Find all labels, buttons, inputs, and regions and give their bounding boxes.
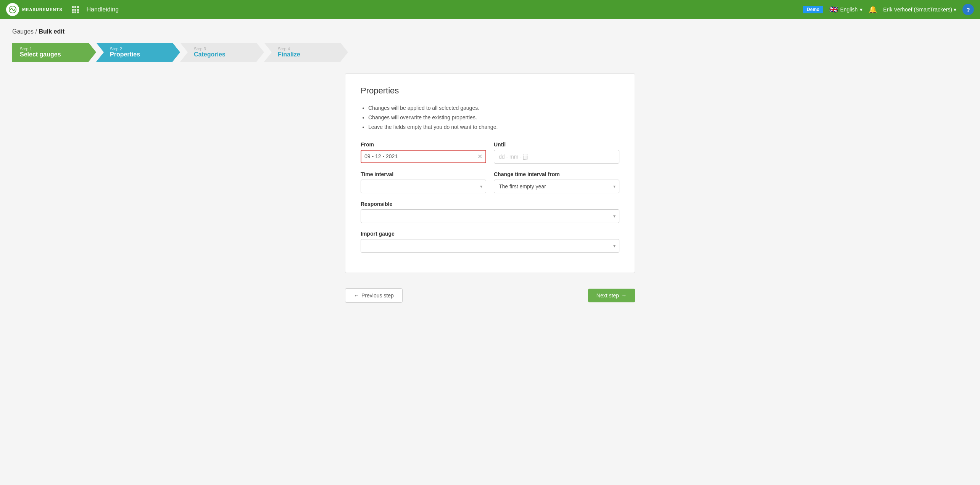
user-chevron-icon: ▾: [954, 6, 956, 13]
language-button[interactable]: 🇬🇧 English ▾: [829, 5, 862, 14]
time-interval-row: Time interval ▾ Change time interval fro…: [361, 171, 619, 193]
from-input[interactable]: [364, 153, 477, 159]
breadcrumb-parent[interactable]: Gauges: [12, 28, 34, 35]
step-2-title: Properties: [110, 51, 140, 58]
bullet-3: Leave the fields empty that you do not w…: [368, 122, 619, 132]
from-until-row: From ✕ Until: [361, 141, 619, 164]
from-wrapper: ✕: [361, 150, 486, 163]
clear-from-icon[interactable]: ✕: [477, 153, 482, 160]
change-from-group: Change time interval from The first empt…: [494, 171, 619, 193]
help-label: ?: [966, 6, 970, 13]
step-4-label: Step 4: [278, 47, 300, 51]
responsible-select-wrapper: ▾: [361, 209, 619, 223]
step-3-title: Categories: [194, 51, 226, 58]
change-from-select-wrapper: The first empty year ▾: [494, 180, 619, 193]
next-arrow-icon: →: [621, 292, 627, 299]
steps-nav: Step 1 Select gauges Step 2 Properties S…: [12, 43, 968, 62]
responsible-label: Responsible: [361, 201, 619, 207]
responsible-row: Responsible ▾: [361, 201, 619, 223]
breadcrumb: Gauges / Bulk edit: [12, 28, 968, 35]
button-row: ← Previous step Next step →: [345, 288, 635, 303]
from-inner: ✕: [364, 153, 482, 160]
nav-title: Handleiding: [87, 6, 803, 13]
change-from-label: Change time interval from: [494, 171, 619, 177]
demo-badge: Demo: [803, 6, 823, 13]
grid-icon[interactable]: [72, 6, 79, 13]
help-button[interactable]: ?: [962, 4, 974, 15]
chevron-down-icon: ▾: [860, 6, 862, 13]
app-logo[interactable]: MEASUREMENTS: [6, 3, 63, 16]
responsible-select[interactable]: [361, 209, 619, 223]
import-gauge-select-wrapper: ▾: [361, 239, 619, 253]
next-step-button[interactable]: Next step →: [588, 289, 635, 302]
step-3-label: Step 3: [194, 47, 226, 51]
main-content: Gauges / Bulk edit Step 1 Select gauges …: [0, 19, 980, 312]
user-menu-button[interactable]: Erik Verhoef (SmartTrackers) ▾: [883, 6, 956, 13]
import-gauge-row: Import gauge ▾: [361, 231, 619, 253]
step-3[interactable]: Step 3 Categories: [180, 43, 264, 62]
from-label: From: [361, 141, 486, 148]
bullet-list: Changes will be applied to all selected …: [361, 103, 619, 132]
next-label: Next step: [596, 292, 619, 299]
app-name: MEASUREMENTS: [22, 7, 63, 12]
breadcrumb-current: Bulk edit: [39, 28, 64, 35]
step-1-title: Select gauges: [20, 51, 61, 58]
until-label: Until: [494, 141, 619, 148]
step-1[interactable]: Step 1 Select gauges: [12, 43, 96, 62]
time-interval-label: Time interval: [361, 171, 486, 177]
bullet-2: Changes will overwrite the existing prop…: [368, 113, 619, 122]
step-2[interactable]: Step 2 Properties: [96, 43, 180, 62]
step-4-title: Finalize: [278, 51, 300, 58]
time-interval-select-wrapper: ▾: [361, 180, 486, 193]
from-group: From ✕: [361, 141, 486, 164]
nav-right: Demo 🇬🇧 English ▾ 🔔 Erik Verhoef (SmartT…: [803, 4, 974, 15]
logo-icon: [6, 3, 19, 16]
time-interval-select[interactable]: [361, 180, 486, 193]
topnav: MEASUREMENTS Handleiding Demo 🇬🇧 English…: [0, 0, 980, 19]
responsible-group: Responsible ▾: [361, 201, 619, 223]
previous-step-button[interactable]: ← Previous step: [345, 288, 403, 303]
flag-icon: 🇬🇧: [829, 5, 838, 14]
properties-card: Properties Changes will be applied to al…: [345, 73, 635, 273]
change-from-select[interactable]: The first empty year: [494, 180, 619, 193]
step-4[interactable]: Step 4 Finalize: [264, 43, 348, 62]
notifications-icon[interactable]: 🔔: [869, 5, 877, 14]
import-gauge-select[interactable]: [361, 239, 619, 253]
until-input[interactable]: [494, 150, 619, 164]
card-title: Properties: [361, 86, 619, 96]
language-label: English: [840, 6, 858, 13]
step-2-label: Step 2: [110, 47, 140, 51]
import-gauge-label: Import gauge: [361, 231, 619, 237]
import-gauge-group: Import gauge ▾: [361, 231, 619, 253]
user-name: Erik Verhoef (SmartTrackers): [883, 6, 952, 13]
time-interval-group: Time interval ▾: [361, 171, 486, 193]
step-1-label: Step 1: [20, 47, 61, 51]
until-group: Until: [494, 141, 619, 164]
prev-label: Previous step: [361, 292, 394, 299]
bullet-1: Changes will be applied to all selected …: [368, 103, 619, 113]
prev-arrow-icon: ←: [354, 292, 359, 299]
